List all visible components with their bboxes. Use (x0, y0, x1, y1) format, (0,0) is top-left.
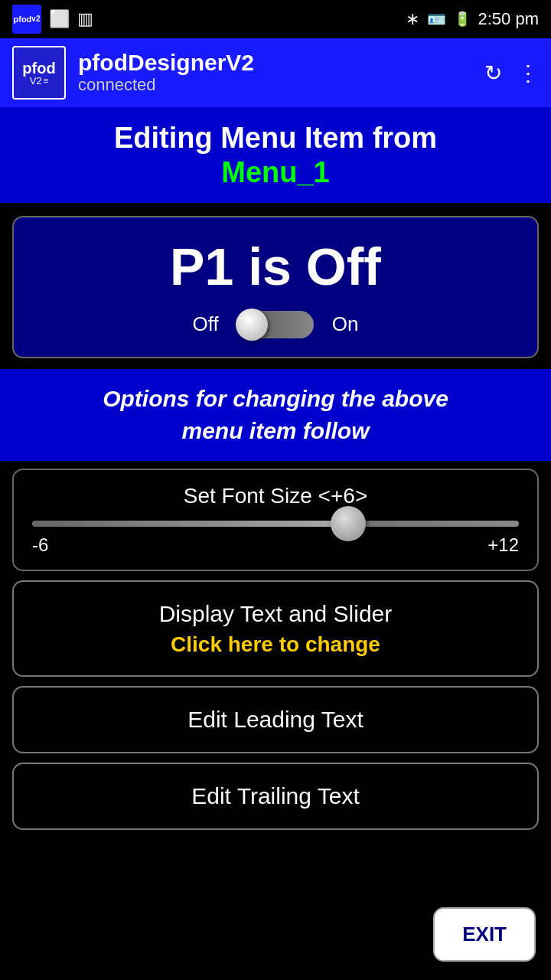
logo-bottom: V2 ≡ (30, 76, 48, 86)
exit-label: EXIT (462, 923, 507, 946)
editing-header: Editing Menu Item from Menu_1 (0, 107, 551, 205)
battery-icon: 🔋 (454, 11, 471, 28)
window-icon: ⬜ (49, 9, 70, 29)
app-bar: pfod V2 ≡ pfodDesignerV2 connected ↻ ⋮ (0, 38, 551, 107)
app-title: pfodDesignerV2 (78, 50, 472, 75)
editing-menu-name: Menu_1 (15, 156, 536, 189)
font-size-label: Set Font Size <+6> (29, 484, 522, 508)
edit-leading-text-button[interactable]: Edit Leading Text (12, 686, 539, 753)
preview-area: P1 is Off Off On (0, 205, 551, 369)
badge-icon: 🪪 (427, 10, 446, 28)
pfod-app-icon: pfod v2 (12, 5, 41, 34)
display-text-slider-button[interactable]: Display Text and Slider Click here to ch… (12, 580, 539, 677)
exit-button[interactable]: EXIT (433, 907, 536, 962)
edit-trailing-text-label: Edit Trailing Text (29, 782, 522, 810)
slider-thumb[interactable] (331, 506, 366, 541)
app-logo: pfod V2 ≡ (12, 46, 66, 100)
app-bar-actions: ↻ ⋮ (484, 60, 539, 86)
connection-status: connected (78, 75, 472, 95)
controls-section: Set Font Size <+6> -6 +12 Display Text a… (0, 461, 551, 838)
editing-title-line1: Editing Menu Item from (15, 121, 536, 156)
toggle-thumb (236, 309, 268, 341)
edit-trailing-text-button[interactable]: Edit Trailing Text (12, 763, 539, 830)
app-title-section: pfodDesignerV2 connected (78, 50, 472, 95)
refresh-button[interactable]: ↻ (484, 60, 502, 86)
time-display: 2:50 pm (478, 9, 540, 29)
barcode-icon: ▥ (77, 9, 93, 29)
status-right: ∗ 🪪 🔋 2:50 pm (406, 9, 540, 29)
slider-track (32, 521, 519, 527)
slider-min: -6 (32, 534, 48, 556)
preview-main-text: P1 is Off (29, 240, 522, 292)
font-size-control: Set Font Size <+6> -6 +12 (12, 469, 539, 571)
slider-fill (32, 521, 348, 527)
logo-top: pfod (22, 60, 55, 76)
display-text-slider-title: Display Text and Slider (29, 600, 522, 628)
more-options-button[interactable]: ⋮ (517, 60, 539, 86)
status-bar: pfod v2 ⬜ ▥ ∗ 🪪 🔋 2:50 pm (0, 0, 551, 38)
slider-max: +12 (487, 534, 519, 556)
options-line2: menu item follow (15, 415, 536, 447)
status-left: pfod v2 ⬜ ▥ (12, 5, 93, 34)
slider-range: -6 +12 (32, 534, 519, 556)
options-banner: Options for changing the above menu item… (0, 369, 551, 461)
edit-leading-text-label: Edit Leading Text (29, 706, 522, 733)
font-size-slider[interactable]: -6 +12 (29, 521, 522, 556)
bluetooth-icon: ∗ (406, 9, 419, 29)
options-line1: Options for changing the above (15, 383, 536, 415)
toggle-on-label: On (332, 312, 359, 336)
toggle-off-label: Off (193, 312, 219, 336)
toggle-switch[interactable] (237, 311, 314, 338)
display-text-slider-subtitle: Click here to change (29, 632, 522, 657)
preview-box: P1 is Off Off On (12, 216, 539, 358)
toggle-row: Off On (29, 311, 522, 338)
